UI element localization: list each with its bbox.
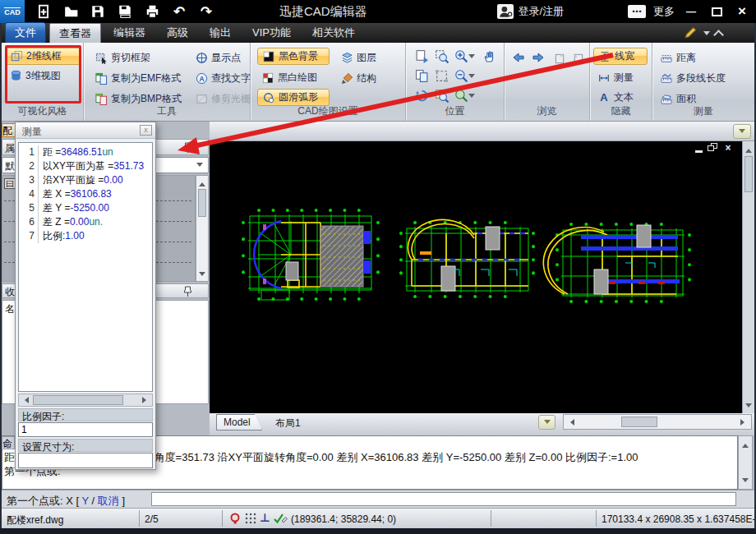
login-button[interactable]: 登录/注册	[497, 4, 564, 19]
zoom-extents-button[interactable]	[432, 87, 450, 104]
measure-row: 5差 Y = -5250.00	[19, 201, 152, 215]
hide-text-button[interactable]: A 文本	[593, 89, 638, 106]
command-input[interactable]	[151, 492, 736, 506]
pin-icon[interactable]	[183, 142, 192, 154]
mdi-close-button[interactable]: ×	[722, 143, 734, 153]
measure-results-window[interactable]: 测量 x 1距 = 36486.51 un 2以XY平面为基 = 351.73 …	[15, 122, 156, 470]
snap-marker-icon[interactable]	[228, 512, 242, 525]
find-text-button[interactable]: A 查找文字	[191, 70, 255, 87]
view-back-button[interactable]	[509, 49, 528, 66]
more-dots-button[interactable]: ⋯	[628, 5, 646, 18]
measure-results-list[interactable]: 1距 = 36486.51 un 2以XY平面为基 = 351.73 3沿XY平…	[18, 142, 153, 392]
line-width-button[interactable]: 线宽	[593, 48, 648, 65]
measure-distance-button[interactable]: 距离	[656, 49, 700, 67]
prev-view-page-button[interactable]	[551, 50, 569, 67]
zoom-window-button[interactable]	[432, 48, 450, 64]
properties-scrollbar[interactable]	[196, 175, 209, 282]
view-forward-button[interactable]	[529, 49, 547, 66]
minimize-button[interactable]: —	[682, 6, 700, 17]
scale-factor-input[interactable]	[18, 422, 153, 437]
pan-hand-button[interactable]	[480, 48, 498, 64]
floor-plan-3	[543, 224, 689, 302]
menu-vip[interactable]: VIP功能	[243, 23, 300, 43]
menu-advanced[interactable]: 高级	[158, 23, 197, 43]
set-size-input[interactable]	[18, 453, 153, 468]
pin-icon[interactable]	[183, 286, 192, 297]
pan-page-icon	[415, 49, 429, 63]
zoom-in-button[interactable]	[452, 48, 477, 64]
tab-layout1[interactable]: 布局1	[275, 417, 301, 430]
select-area-button[interactable]	[432, 67, 450, 84]
window-left-edge	[0, 23, 2, 528]
menu-output[interactable]: 输出	[201, 23, 240, 43]
status-filename: 配楼xref.dwg	[7, 513, 63, 527]
black-background-button[interactable]: 黑色背景	[257, 48, 330, 65]
zoom-color-button[interactable]	[452, 87, 477, 104]
snap-edit-icon[interactable]	[273, 512, 288, 525]
app-logo-icon[interactable]: CAD	[0, 0, 25, 23]
copy-as-emf-button[interactable]: 复制为EMF格式	[90, 70, 185, 87]
open-file-button[interactable]	[60, 2, 81, 21]
mdi-minimize-button[interactable]	[693, 143, 704, 153]
tab-model[interactable]: Model	[216, 414, 262, 430]
grid-icon[interactable]	[244, 512, 257, 525]
menu-viewer[interactable]: 查看器	[49, 23, 101, 44]
next-view-page-button[interactable]	[569, 50, 587, 67]
measure-window-close-button[interactable]: x	[140, 125, 152, 136]
new-file-button[interactable]	[33, 2, 54, 21]
layers-button[interactable]: 图层	[336, 49, 380, 67]
ribbon-quick-tools	[684, 26, 722, 39]
canvas-hscrollbar[interactable]	[563, 414, 752, 430]
undo-icon: ↶	[173, 3, 185, 21]
rotate-view-button[interactable]	[413, 87, 431, 104]
structure-button[interactable]: 结构	[336, 70, 380, 87]
pencil-dropdown-icon[interactable]	[703, 31, 710, 39]
rotate-view-icon	[415, 89, 429, 103]
close-button[interactable]: ×	[733, 3, 751, 20]
mdi-restore-button[interactable]	[708, 143, 719, 153]
zoom-out-dropdown-icon	[468, 74, 475, 81]
hide-measure-button[interactable]: 测量	[593, 69, 638, 86]
measure-list-hscrollbar[interactable]	[18, 394, 153, 407]
polyline-length-button[interactable]: 多段线长度	[656, 70, 730, 87]
group-label-browse: 浏览	[505, 104, 589, 118]
menu-editor[interactable]: 编辑器	[104, 23, 154, 43]
zoom-out-button[interactable]	[452, 67, 477, 84]
menu-bar: 文件 查看器 编辑器 高级 输出 VIP功能 相关软件	[0, 23, 756, 43]
redo-button[interactable]: ↷	[196, 2, 217, 21]
canvas-toolbar-strip	[210, 122, 754, 141]
save-button[interactable]	[87, 2, 108, 21]
copy-view-button[interactable]	[413, 67, 431, 84]
canvas-vscrollbar[interactable]	[742, 141, 754, 413]
menu-file[interactable]: 文件	[5, 22, 46, 44]
bw-drawing-button[interactable]: 黑白绘图	[257, 69, 330, 86]
clip-frame-button[interactable]: 剪切框架	[90, 49, 154, 67]
show-point-button[interactable]: 显示点	[191, 49, 245, 67]
select-chevron-icon	[196, 163, 203, 170]
save-as-pdf-button[interactable]	[114, 2, 136, 21]
more-menu[interactable]: 更多	[653, 4, 675, 19]
maximize-button[interactable]	[708, 7, 726, 16]
undo-button[interactable]: ↶	[168, 2, 190, 21]
ortho-perpendicular-icon[interactable]: ⊥	[260, 511, 270, 524]
tab-list-dropdown-button[interactable]	[538, 415, 555, 430]
pan-view-button[interactable]	[413, 48, 431, 64]
tree-node-icon[interactable]: 曰	[4, 178, 16, 189]
measure-window-titlebar[interactable]: 测量 x	[16, 122, 155, 139]
find-text-icon: A	[195, 72, 208, 85]
print-button[interactable]	[141, 2, 163, 21]
floor-plan-1	[243, 210, 378, 300]
new-file-icon	[36, 4, 51, 19]
prompt-option-cancel[interactable]: 取消	[98, 495, 119, 507]
annotate-pencil-icon[interactable]	[684, 26, 698, 39]
strip-dropdown-button[interactable]	[733, 124, 751, 139]
measure-arrows-icon	[597, 71, 611, 85]
collapse-ribbon-icon[interactable]	[713, 30, 724, 40]
command-panel-tab-fragment[interactable]: 命	[2, 436, 15, 449]
command-scrollbar[interactable]	[738, 435, 753, 490]
prompt-option-y[interactable]: Y	[82, 495, 89, 507]
page-back-icon	[554, 53, 566, 65]
smooth-arc-button[interactable]: 圆滑弧形	[257, 89, 330, 106]
menu-related[interactable]: 相关软件	[303, 23, 364, 43]
window-title: 迅捷CAD编辑器	[279, 4, 367, 20]
